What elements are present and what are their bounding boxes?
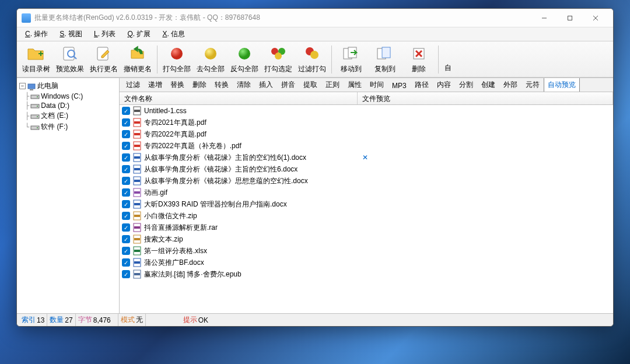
tab-16[interactable]: 创建 bbox=[477, 78, 499, 92]
tab-10[interactable]: 属性 bbox=[344, 78, 366, 92]
tree-drive[interactable]: └软件 (F:) bbox=[19, 121, 117, 132]
svg-rect-24 bbox=[30, 89, 33, 90]
magnifier-icon bbox=[61, 44, 79, 63]
titlebar[interactable]: 批量更名终结者(RenGod) v2.6.0.0319 - 开发：袁伟航 - Q… bbox=[17, 9, 613, 27]
file-row[interactable]: ✓专四2022年真题（补充卷）.pdf bbox=[120, 140, 613, 152]
file-row[interactable]: ✓搜索文本.zip bbox=[120, 233, 613, 245]
file-row[interactable]: ✓小白微信文件.zip bbox=[120, 210, 613, 222]
execute-button[interactable]: 执行更名 bbox=[87, 43, 121, 76]
file-name: 抖音直播源解析更新.rar bbox=[144, 223, 218, 233]
file-row[interactable]: ✓赢家法则.[德] 博多·舍费尔.epub bbox=[120, 268, 613, 280]
delete-x-icon bbox=[410, 44, 428, 63]
invert-button[interactable]: 反勾全部 bbox=[228, 43, 261, 76]
file-name: 专四2021年真题.pdf bbox=[144, 118, 206, 128]
svg-rect-4 bbox=[64, 47, 74, 60]
checkbox[interactable]: ✓ bbox=[122, 153, 130, 162]
tab-7[interactable]: 拼音 bbox=[277, 78, 299, 92]
checkbox[interactable]: ✓ bbox=[122, 188, 130, 197]
file-type-icon bbox=[132, 106, 142, 116]
uncheck-all-button[interactable]: 去勾全部 bbox=[194, 43, 228, 76]
tab-11[interactable]: 时间 bbox=[366, 78, 388, 92]
tab-19[interactable]: 自动预览 bbox=[544, 78, 580, 92]
column-preview-header[interactable]: 文件预览 bbox=[358, 92, 613, 104]
checkbox[interactable]: ✓ bbox=[122, 258, 130, 267]
close-button[interactable] bbox=[583, 10, 608, 26]
directory-tree[interactable]: − 此电脑 ├Windows (C:)├Data (D:)├文档 (E:)└软件… bbox=[17, 78, 120, 313]
checkbox[interactable]: ✓ bbox=[122, 130, 130, 138]
checkbox[interactable]: ✓ bbox=[122, 270, 130, 278]
list-header: 文件名称 文件预览 bbox=[120, 92, 613, 105]
tree-drive[interactable]: ├文档 (E:) bbox=[19, 110, 117, 121]
file-row[interactable]: ✓动画.gif bbox=[120, 187, 613, 198]
file-list[interactable]: 文件名称 文件预览 ✓Untitled-1.css✓专四2021年真题.pdf✓… bbox=[120, 92, 613, 313]
delete-button[interactable]: 删除 bbox=[402, 43, 436, 76]
tab-12[interactable]: MP3 bbox=[388, 79, 411, 92]
filter-check-button[interactable]: 过滤打勾 bbox=[295, 43, 329, 76]
tree-root[interactable]: − 此电脑 bbox=[19, 80, 117, 92]
file-row[interactable]: ✓抖音直播源解析更新.rar bbox=[120, 222, 613, 233]
maximize-button[interactable] bbox=[557, 10, 583, 26]
menu-L[interactable]: L. 列表 bbox=[88, 28, 121, 40]
read-tree-button[interactable]: 读目录树 bbox=[19, 43, 53, 76]
checkbox[interactable]: ✓ bbox=[122, 247, 130, 255]
auto-button[interactable]: 自 bbox=[441, 43, 455, 76]
file-row[interactable]: ✓大昕DX393 RAID 管理器控制台用户指南.docx bbox=[120, 198, 613, 210]
checkbox[interactable]: ✓ bbox=[122, 107, 130, 115]
svg-rect-42 bbox=[134, 156, 140, 159]
checkbox[interactable]: ✓ bbox=[122, 212, 130, 220]
check-selected-button[interactable]: 打勾选定 bbox=[261, 43, 295, 76]
tab-3[interactable]: 删除 bbox=[188, 78, 211, 92]
file-row[interactable]: ✓从叙事学角度分析《镜花缘》思想意蕴的空幻性.docx bbox=[120, 175, 613, 187]
checkbox[interactable]: ✓ bbox=[122, 177, 130, 185]
checkbox[interactable]: ✓ bbox=[122, 200, 130, 208]
copy-to-button[interactable]: 复制到 bbox=[368, 43, 402, 76]
menu-S[interactable]: S. 视图 bbox=[54, 28, 88, 40]
undo-button[interactable]: 撤销更名 bbox=[121, 43, 155, 76]
minimize-button[interactable] bbox=[531, 10, 557, 26]
tab-18[interactable]: 元符 bbox=[522, 78, 544, 92]
checkbox[interactable]: ✓ bbox=[122, 235, 130, 243]
status-index: 索引 13 bbox=[19, 314, 47, 326]
file-row[interactable]: ✓蒲公英推广BF.docx bbox=[120, 257, 613, 268]
menu-Q[interactable]: Q. 扩展 bbox=[121, 28, 156, 40]
move-to-button[interactable]: 移动到 bbox=[334, 43, 368, 76]
svg-rect-56 bbox=[134, 238, 140, 240]
check-all-button[interactable]: 打勾全部 bbox=[160, 43, 194, 76]
app-icon bbox=[22, 13, 31, 23]
checkbox[interactable]: ✓ bbox=[122, 165, 130, 173]
file-row[interactable]: ✓从叙事学角度分析《镜花缘》主旨的空幻性6(1).docx✕ bbox=[120, 152, 613, 163]
collapse-icon[interactable]: − bbox=[19, 83, 26, 89]
tab-13[interactable]: 路径 bbox=[411, 78, 433, 92]
menu-C[interactable]: C. 操作 bbox=[19, 28, 54, 40]
tab-15[interactable]: 分割 bbox=[455, 78, 477, 92]
tab-6[interactable]: 插入 bbox=[255, 78, 277, 92]
column-name-header[interactable]: 文件名称 bbox=[120, 92, 358, 104]
file-row[interactable]: ✓Untitled-1.css bbox=[120, 105, 613, 117]
menu-X[interactable]: X. 信息 bbox=[156, 28, 191, 40]
checkbox[interactable]: ✓ bbox=[122, 142, 130, 150]
drive-icon bbox=[30, 113, 40, 120]
tab-5[interactable]: 清除 bbox=[233, 78, 255, 92]
tab-17[interactable]: 外部 bbox=[499, 78, 522, 92]
tab-1[interactable]: 递增 bbox=[144, 78, 166, 92]
preview-button[interactable]: 预览效果 bbox=[53, 43, 87, 76]
tab-4[interactable]: 转换 bbox=[211, 78, 233, 92]
tab-8[interactable]: 提取 bbox=[299, 78, 321, 92]
tab-9[interactable]: 正则 bbox=[321, 78, 344, 92]
tab-14[interactable]: 内容 bbox=[433, 78, 455, 92]
checkbox[interactable]: ✓ bbox=[122, 223, 130, 232]
filter-ball-icon bbox=[303, 44, 321, 63]
drive-icon bbox=[30, 124, 40, 131]
checkbox[interactable]: ✓ bbox=[122, 118, 130, 127]
tree-drive[interactable]: ├Windows (C:) bbox=[19, 92, 117, 101]
file-row[interactable]: ✓从叙事学角度分析《镜花缘》主旨的空幻性6.docx bbox=[120, 163, 613, 175]
file-row[interactable]: ✓专四2022年真题.pdf bbox=[120, 128, 613, 140]
tree-drive[interactable]: ├Data (D:) bbox=[19, 101, 117, 110]
tab-0[interactable]: 过滤 bbox=[122, 78, 144, 92]
file-panel: 过滤递增替换删除转换清除插入拼音提取正则属性时间MP3路径内容分割创建外部元符自… bbox=[120, 78, 613, 313]
file-row[interactable]: ✓专四2021年真题.pdf bbox=[120, 117, 613, 128]
tab-2[interactable]: 替换 bbox=[166, 78, 188, 92]
file-row[interactable]: ✓第一组评分表格.xlsx bbox=[120, 245, 613, 257]
file-type-icon bbox=[132, 270, 142, 279]
window-title: 批量更名终结者(RenGod) v2.6.0.0319 - 开发：袁伟航 - Q… bbox=[34, 13, 531, 23]
